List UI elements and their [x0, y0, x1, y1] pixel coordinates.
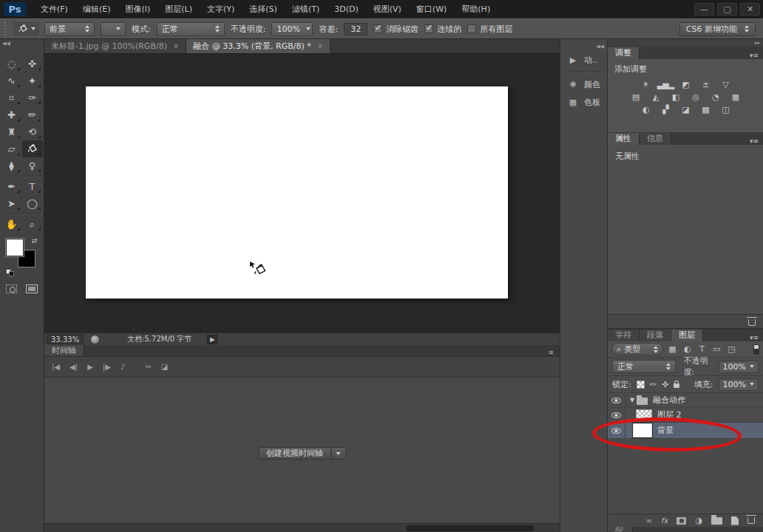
layer-style-fx-icon[interactable]: fx	[661, 516, 668, 525]
threshold-icon[interactable]: ◪	[679, 104, 692, 115]
visibility-cell[interactable]	[608, 423, 625, 438]
dock-item-color[interactable]: ❋ 颜色	[560, 75, 607, 93]
tab-info[interactable]: 信息	[640, 133, 671, 145]
dock-item-swatches[interactable]: ▦ 色板	[560, 93, 607, 111]
photo-filter-icon[interactable]: ◎	[689, 92, 702, 103]
screen-mode-icon[interactable]	[26, 284, 38, 293]
mini-bridge-icon[interactable]	[90, 335, 100, 344]
menu-item-help[interactable]: 帮助(H)	[454, 0, 498, 18]
zoom-level[interactable]: 33.33%	[47, 334, 84, 344]
split-clip-icon[interactable]: ✂	[145, 363, 151, 371]
curves-icon[interactable]: ◩	[679, 79, 692, 90]
eye-icon[interactable]	[611, 398, 621, 403]
layer-fill-select[interactable]: 100%	[719, 378, 759, 391]
layer-opacity-select[interactable]: 100%	[719, 361, 759, 373]
move-tool[interactable]: ✜	[22, 55, 43, 72]
add-layer-mask-icon[interactable]	[676, 517, 686, 525]
zoom-tool[interactable]: ⌕	[22, 216, 43, 233]
tab-adjustments[interactable]: 调整	[608, 47, 640, 59]
filter-type-select[interactable]: ⌕ 类型	[611, 343, 663, 355]
color-balance-icon[interactable]: ◭	[649, 92, 662, 103]
filter-pixel-layers-icon[interactable]: ▦	[667, 344, 678, 354]
filter-smart-objects-icon[interactable]: ◳	[726, 344, 737, 354]
tab-layers[interactable]: 图层	[671, 330, 703, 341]
tab-paragraph[interactable]: 段落	[640, 330, 671, 341]
menu-item-file[interactable]: 文件(F)	[33, 0, 75, 18]
menu-item-filter[interactable]: 滤镜(T)	[285, 0, 327, 18]
previous-frame-button[interactable]: ◀|	[69, 363, 78, 371]
quick-mask-icon[interactable]	[6, 284, 17, 293]
exposure-icon[interactable]: ±	[699, 79, 712, 90]
visibility-cell[interactable]	[608, 393, 625, 407]
fill-source-select[interactable]: 前景	[44, 22, 95, 36]
menu-item-select[interactable]: 选择(S)	[242, 0, 285, 18]
timeline-scrollbar[interactable]	[44, 523, 560, 532]
default-colors-icon[interactable]	[6, 269, 15, 277]
opacity-select[interactable]: 100%	[271, 22, 313, 36]
dodge-tool[interactable]: ♀	[22, 157, 43, 174]
dock-expand-icon[interactable]: ◀◀	[560, 44, 607, 51]
hand-tool[interactable]: ✋	[1, 216, 22, 233]
tool-preset-picker[interactable]	[14, 22, 38, 35]
contiguous-option[interactable]: 连续的	[424, 24, 461, 35]
eye-icon[interactable]	[611, 412, 621, 418]
layer-name[interactable]: 图层 2	[657, 409, 682, 420]
lock-pixels-icon[interactable]: ✏	[650, 380, 657, 389]
history-brush-tool[interactable]: ⟲	[22, 123, 43, 140]
menu-item-layer[interactable]: 图层(L)	[157, 0, 200, 18]
brightness-contrast-icon[interactable]: ☀	[639, 79, 652, 90]
panel-menu-icon[interactable]: ▾≡	[750, 334, 763, 341]
paint-bucket-tool[interactable]	[22, 140, 43, 157]
type-tool[interactable]: T	[22, 178, 43, 195]
menu-item-window[interactable]: 窗口(W)	[409, 0, 454, 18]
pen-tool[interactable]: ✒	[1, 178, 22, 195]
panel-menu-icon[interactable]: ▾≡	[750, 52, 763, 59]
eyedropper-tool[interactable]: ✑	[22, 89, 43, 106]
tolerance-input[interactable]	[344, 23, 367, 35]
blend-mode-select[interactable]: 正常	[612, 360, 676, 373]
panel-collapse-strip[interactable]: ▸▸	[608, 39, 763, 47]
maximize-button[interactable]: ▢	[717, 3, 737, 16]
close-icon[interactable]: ×	[173, 42, 179, 50]
tab-properties[interactable]: 属性	[608, 133, 640, 145]
layer-row-background[interactable]: 背景	[608, 423, 763, 439]
menu-item-view[interactable]: 视图(V)	[366, 0, 409, 18]
menu-item-3d[interactable]: 3D(D)	[327, 0, 366, 18]
scrollbar-thumb[interactable]	[406, 525, 534, 531]
brush-tool[interactable]: ✏	[22, 106, 43, 123]
visibility-cell[interactable]	[608, 408, 625, 422]
create-video-timeline-button[interactable]: 创建视频时间轴	[258, 447, 331, 460]
foreground-color-swatch[interactable]	[6, 239, 24, 256]
audio-mute-button[interactable]: ♪	[121, 363, 125, 371]
filter-shape-layers-icon[interactable]: ▭	[711, 344, 722, 354]
layer-row-group[interactable]: ▼ 融合动作	[608, 393, 763, 408]
tab-3d[interactable]: 3D	[608, 527, 633, 532]
close-icon[interactable]: ×	[317, 42, 323, 50]
first-frame-button[interactable]: |◀	[52, 363, 60, 371]
menu-item-type[interactable]: 文字(Y)	[200, 0, 242, 18]
vibrance-icon[interactable]: ▽	[719, 79, 732, 90]
minimize-button[interactable]: —	[694, 3, 714, 16]
panel-menu-icon[interactable]: ≡	[548, 349, 560, 356]
tab-timeline[interactable]: 时间轴	[44, 345, 84, 356]
antialias-option[interactable]: 消除锯齿	[373, 24, 418, 35]
shape-tool[interactable]: ◯	[22, 195, 43, 212]
layer-thumbnail[interactable]	[633, 423, 652, 437]
filter-type-layers-icon[interactable]: T	[696, 344, 708, 354]
swap-colors-icon[interactable]: ⇄	[32, 237, 38, 245]
crop-tool[interactable]: ⌗	[1, 89, 22, 106]
document-canvas[interactable]	[86, 86, 508, 299]
document-tab-untitled[interactable]: 未标题-1.jpg @ 100%(RGB/8) ×	[44, 39, 186, 53]
posterize-icon[interactable]: ▞	[659, 104, 672, 115]
quick-selection-tool[interactable]: ✦	[22, 72, 43, 89]
panel-menu-icon[interactable]: ▾≡	[750, 137, 763, 145]
filter-toggle-icon[interactable]	[753, 344, 759, 355]
group-expand-caret-icon[interactable]: ▼	[630, 397, 634, 403]
canvas-workspace[interactable]	[44, 54, 560, 332]
menu-item-edit[interactable]: 编辑(E)	[75, 0, 118, 18]
tab-character[interactable]: 字符	[608, 330, 640, 341]
path-selection-tool[interactable]: ➤	[1, 195, 22, 212]
document-tab-ronghe[interactable]: 融合 @ 33.3% (背景, RGB/8) * ×	[186, 39, 330, 53]
layer-thumbnail[interactable]	[636, 409, 652, 420]
dock-item-actions[interactable]: ▶ 动..	[560, 51, 607, 69]
